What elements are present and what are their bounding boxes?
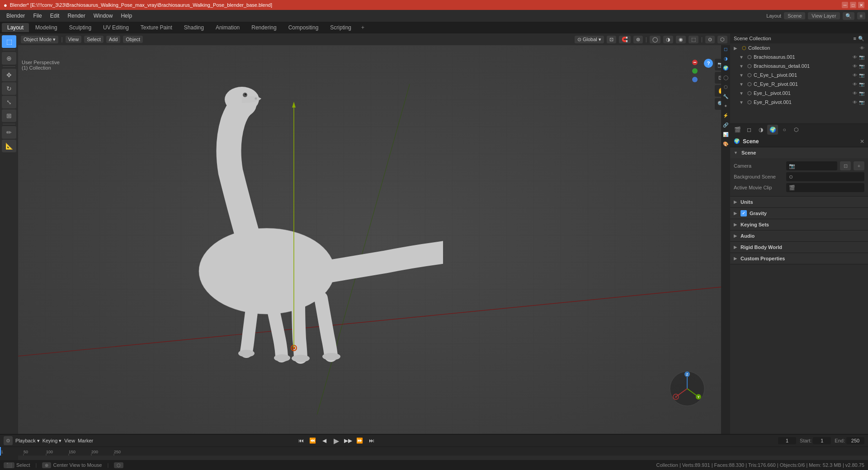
select-label[interactable]: ⬛ [4, 462, 14, 468]
jump-to-start-btn[interactable]: ⏮ [297, 436, 306, 445]
gravity-section-header[interactable]: ▶ ✓ Gravity [730, 208, 868, 219]
keying-menu[interactable]: Keying ▾ [42, 438, 62, 444]
eye-r-pivot-visibility[interactable]: 👁 [853, 100, 857, 105]
keying-sets-header[interactable]: ▶ Keying Sets [730, 219, 868, 230]
eye-r-visibility[interactable]: 👁 [853, 82, 857, 87]
outliner-item-brachio[interactable]: ▼ ⬡ Brachiosaurus.001 👁 📷 [730, 52, 868, 61]
prop-particle-icon[interactable]: ✦ [722, 102, 730, 110]
prop-physics-icon[interactable]: ⚡ [722, 111, 730, 119]
tab-animation[interactable]: Animation [210, 23, 245, 32]
tab-rendering[interactable]: Rendering [246, 23, 282, 32]
annotate-tool-button[interactable]: ✏ [2, 126, 16, 139]
shading-wireframe-btn[interactable]: ⬚ [689, 36, 698, 43]
current-frame-input[interactable]: 1 [778, 437, 796, 444]
scale-tool-button[interactable]: ⤡ [2, 96, 16, 108]
measure-tool-button[interactable]: 📐 [2, 140, 16, 152]
eye-l-pivot-render[interactable]: 📷 [859, 91, 864, 96]
view-layer-props-icon[interactable]: ◑ [755, 125, 766, 135]
outliner-item-brachio-detail[interactable]: ▼ ⬡ Brachiosaurus_detail.001 👁 📷 [730, 61, 868, 70]
timeline-settings-icon[interactable]: ⚙ [4, 436, 13, 445]
outliner-filter-btn[interactable]: ≡ [854, 36, 856, 42]
detail-render[interactable]: 📷 [859, 64, 864, 69]
object-menu[interactable]: Object [123, 36, 143, 43]
custom-props-header[interactable]: ▶ Custom Properties [730, 253, 868, 264]
collection-visibility-icon[interactable]: 👁 [860, 46, 864, 51]
transform-tool-button[interactable]: ⊞ [2, 109, 16, 122]
outliner-item-eye-l-pivot[interactable]: ▼ ⬡ Eye_L_pivot.001 👁 📷 [730, 89, 868, 98]
prop-object-icon[interactable]: ⬡ [722, 83, 730, 91]
prop-scene-icon[interactable]: 🌍 [722, 64, 730, 72]
end-frame-input[interactable]: 250 [846, 437, 864, 444]
move-tool-button[interactable]: ✥ [2, 69, 16, 81]
eye-r-render[interactable]: 📷 [859, 82, 864, 87]
object-props-icon[interactable]: ⬡ [791, 125, 802, 135]
step-forward-btn[interactable]: ▶▶ [344, 436, 353, 445]
movie-clip-value[interactable]: 🎬 [786, 183, 864, 192]
tab-scripting[interactable]: Scripting [325, 23, 357, 32]
prop-world-icon[interactable]: ◯ [722, 73, 730, 81]
units-section-header[interactable]: ▶ Units [730, 197, 868, 207]
add-workspace-button[interactable]: + [358, 23, 368, 32]
scene-section-header[interactable]: ▼ Scene [730, 147, 868, 158]
close-button[interactable]: ✕ [858, 2, 864, 8]
menu-help[interactable]: Help [117, 12, 136, 20]
rotate-tool-button[interactable]: ↻ [2, 82, 16, 95]
add-menu[interactable]: Add [106, 36, 121, 43]
prop-output-icon[interactable]: ◻ [722, 45, 730, 53]
object-mode-selector[interactable]: Object Mode ▾ [21, 36, 58, 43]
snap-toggle[interactable]: 🧲 [619, 36, 631, 43]
tab-layout[interactable]: Layout [2, 23, 29, 32]
eye-l-visibility[interactable]: 👁 [853, 73, 857, 78]
viewport-3d[interactable]: Object Mode ▾ | View Select Add Object ⊙… [18, 33, 730, 434]
output-props-icon[interactable]: ◻ [744, 125, 755, 135]
menu-file[interactable]: File [29, 12, 45, 20]
tab-modeling[interactable]: Modeling [30, 23, 63, 32]
gravity-checkbox[interactable]: ✓ [741, 210, 747, 216]
eye-l-render[interactable]: 📷 [859, 73, 864, 78]
menu-edit[interactable]: Edit [47, 12, 63, 20]
cursor-tool-button[interactable]: ⊕ [2, 52, 16, 65]
help-button[interactable]: ? [704, 59, 713, 68]
prop-material-icon[interactable]: 🎨 [722, 140, 730, 148]
audio-section-header[interactable]: ▶ Audio [730, 230, 868, 241]
shading-material-btn[interactable]: ◑ [663, 36, 673, 43]
playback-menu[interactable]: Playback ▾ [15, 438, 40, 444]
tab-shading[interactable]: Shading [179, 23, 209, 32]
pivot-point-selector[interactable]: ⊡ [607, 36, 616, 43]
minimize-button[interactable]: ─ [842, 2, 848, 8]
world-props-icon[interactable]: ○ [779, 125, 790, 135]
scene-props-icon[interactable]: 🌍 [767, 125, 778, 135]
xray-toggle[interactable]: ⬡ [717, 36, 727, 43]
prop-constraint-icon[interactable]: 🔗 [722, 121, 730, 129]
jump-back-btn[interactable]: ⏪ [308, 436, 317, 445]
camera-value[interactable]: 📷 [786, 161, 837, 170]
prop-modifier-icon[interactable]: 🔧 [722, 92, 730, 100]
jump-to-end-btn[interactable]: ⏭ [367, 436, 376, 445]
menu-window[interactable]: Window [90, 12, 117, 20]
scene-selector[interactable]: Scene [784, 12, 805, 19]
layer-selector[interactable]: View Layer [808, 12, 840, 19]
camera-new-btn[interactable]: + [854, 161, 864, 170]
overlay-toggle[interactable]: ⊙ [705, 36, 715, 43]
viewport-shading-selector[interactable]: ⊙ Global ▾ [575, 36, 604, 43]
filter-button[interactable]: ≡ [857, 12, 865, 19]
outliner-item-eye-r[interactable]: ▼ ⬡ C_Eye_R_pivot.001 👁 📷 [730, 80, 868, 89]
brachio-render[interactable]: 📷 [859, 55, 864, 60]
search-button[interactable]: 🔍 [843, 12, 854, 20]
tab-texture-paint[interactable]: Texture Paint [135, 23, 178, 32]
outliner-item-collection[interactable]: ▶ ⬡ Collection 👁 [730, 43, 868, 52]
outliner-item-eye-l[interactable]: ▼ ⬡ C_Eye_L_pivot.001 👁 📷 [730, 70, 868, 80]
eye-l-pivot-visibility[interactable]: 👁 [853, 91, 857, 96]
step-back-btn[interactable]: ◀ [320, 436, 329, 445]
menu-render[interactable]: Render [64, 12, 89, 20]
marker-menu[interactable]: Marker [78, 438, 93, 443]
properties-close-icon[interactable]: ✕ [860, 138, 864, 145]
tab-uv-editing[interactable]: UV Editing [98, 23, 134, 32]
prop-view-icon[interactable]: ◑ [722, 54, 730, 62]
outliner-item-eye-r-pivot[interactable]: ▼ ⬡ Eye_R_pivot.001 👁 📷 [730, 98, 868, 107]
outliner-search-btn[interactable]: 🔍 [858, 36, 864, 42]
prop-data-icon[interactable]: 📊 [722, 130, 730, 138]
rigid-body-header[interactable]: ▶ Rigid Body World [730, 242, 868, 253]
jump-forward-btn[interactable]: ⏩ [355, 436, 364, 445]
viewport-canvas[interactable]: User Perspective (1) Collection [18, 45, 730, 434]
